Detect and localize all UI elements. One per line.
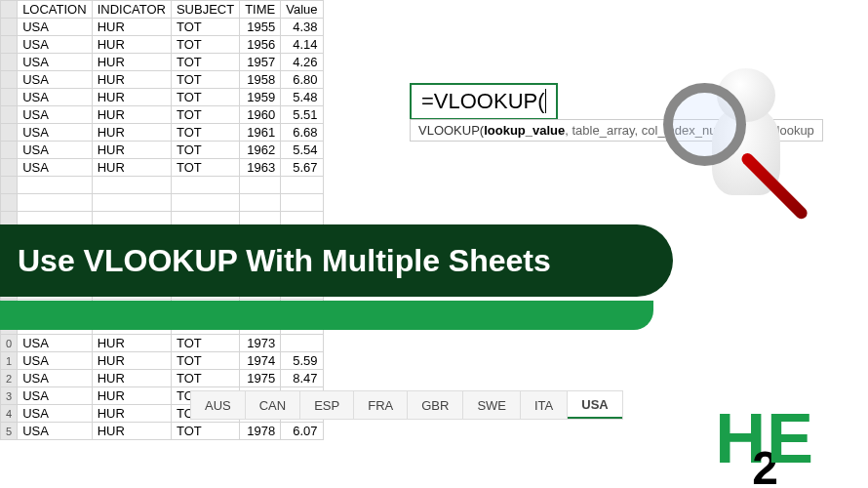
cell-time[interactable]: 1958 <box>240 71 281 89</box>
sheet-tab-aus[interactable]: AUS <box>191 391 246 419</box>
cell-time[interactable]: 1963 <box>240 159 281 177</box>
cell-subject[interactable]: TOT <box>171 352 239 370</box>
cell-value[interactable]: 6.68 <box>281 124 323 142</box>
cell-subject[interactable]: TOT <box>171 54 239 71</box>
cell-time[interactable]: 1955 <box>240 19 281 36</box>
cell-subject[interactable]: TOT <box>171 124 239 142</box>
cell-indicator[interactable]: HUR <box>92 71 171 89</box>
table-row[interactable]: USAHURTOT19605.51 <box>1 106 324 124</box>
table-row[interactable]: 0USAHURTOT1973 <box>1 335 324 352</box>
table-row[interactable]: 2USAHURTOT19758.47 <box>1 370 324 387</box>
cell-location[interactable] <box>18 194 93 212</box>
cell-indicator[interactable]: HUR <box>92 19 171 36</box>
table-row[interactable]: USAHURTOT19635.67 <box>1 159 324 177</box>
cell-indicator[interactable] <box>92 177 171 194</box>
cell-subject[interactable] <box>171 194 239 212</box>
cell-value[interactable] <box>281 335 323 352</box>
cell-subject[interactable]: TOT <box>171 71 239 89</box>
cell-time[interactable]: 1973 <box>240 335 281 352</box>
table-row[interactable]: 5USAHURTOT19786.07 <box>1 423 324 440</box>
cell-indicator[interactable]: HUR <box>92 370 171 387</box>
cell-time[interactable]: 1960 <box>240 106 281 124</box>
sheet-tab-ita[interactable]: ITA <box>521 391 568 419</box>
sheet-tab-esp[interactable]: ESP <box>300 391 354 419</box>
formula-input[interactable]: =VLOOKUP( <box>410 83 558 120</box>
cell-subject[interactable]: TOT <box>171 370 239 387</box>
cell-value[interactable]: 8.47 <box>281 370 323 387</box>
table-row[interactable]: 1USAHURTOT19745.59 <box>1 352 324 370</box>
sheet-tab-fra[interactable]: FRA <box>354 391 408 419</box>
cell-indicator[interactable]: HUR <box>92 142 171 159</box>
cell-indicator[interactable]: HUR <box>92 124 171 142</box>
cell-indicator[interactable]: HUR <box>92 335 171 352</box>
cell-location[interactable]: USA <box>18 124 93 142</box>
cell-location[interactable]: USA <box>18 19 93 36</box>
cell-value[interactable] <box>281 177 323 194</box>
cell-location[interactable]: USA <box>18 142 93 159</box>
table-row[interactable] <box>1 194 324 212</box>
cell-subject[interactable]: TOT <box>171 335 239 352</box>
cell-indicator[interactable] <box>92 194 171 212</box>
cell-value[interactable]: 5.54 <box>281 142 323 159</box>
cell-time[interactable]: 1974 <box>240 352 281 370</box>
cell-value[interactable]: 4.38 <box>281 19 323 36</box>
table-row[interactable]: USAHURTOT19586.80 <box>1 71 324 89</box>
cell-time[interactable]: 1978 <box>240 423 281 440</box>
cell-value[interactable]: 6.07 <box>281 423 323 440</box>
cell-subject[interactable]: TOT <box>171 159 239 177</box>
cell-subject[interactable]: TOT <box>171 19 239 36</box>
sheet-tab-gbr[interactable]: GBR <box>408 391 463 419</box>
table-row[interactable]: USAHURTOT19574.26 <box>1 54 324 71</box>
cell-indicator[interactable]: HUR <box>92 423 171 440</box>
cell-time[interactable]: 1959 <box>240 89 281 106</box>
cell-value[interactable]: 6.80 <box>281 71 323 89</box>
cell-value[interactable]: 4.26 <box>281 54 323 71</box>
table-row[interactable] <box>1 177 324 194</box>
cell-time[interactable]: 1956 <box>240 36 281 54</box>
cell-location[interactable]: USA <box>18 71 93 89</box>
cell-subject[interactable]: TOT <box>171 423 239 440</box>
cell-indicator[interactable]: HUR <box>92 106 171 124</box>
cell-location[interactable]: USA <box>18 387 93 405</box>
cell-time[interactable] <box>240 177 281 194</box>
cell-subject[interactable] <box>171 177 239 194</box>
table-row[interactable]: USAHURTOT19595.48 <box>1 89 324 106</box>
cell-location[interactable] <box>18 177 93 194</box>
cell-location[interactable]: USA <box>18 159 93 177</box>
cell-time[interactable]: 1975 <box>240 370 281 387</box>
cell-time[interactable] <box>240 194 281 212</box>
table-row[interactable]: USAHURTOT19625.54 <box>1 142 324 159</box>
sheet-tab-swe[interactable]: SWE <box>463 391 521 419</box>
cell-value[interactable]: 5.67 <box>281 159 323 177</box>
cell-value[interactable]: 5.51 <box>281 106 323 124</box>
cell-location[interactable]: USA <box>18 54 93 71</box>
cell-indicator[interactable]: HUR <box>92 387 171 405</box>
cell-subject[interactable]: TOT <box>171 142 239 159</box>
cell-location[interactable]: USA <box>18 352 93 370</box>
table-row[interactable]: USAHURTOT19554.38 <box>1 19 324 36</box>
cell-location[interactable]: USA <box>18 370 93 387</box>
cell-location[interactable]: USA <box>18 335 93 352</box>
cell-indicator[interactable]: HUR <box>92 54 171 71</box>
cell-subject[interactable]: TOT <box>171 89 239 106</box>
cell-indicator[interactable]: HUR <box>92 36 171 54</box>
cell-indicator[interactable]: HUR <box>92 405 171 423</box>
cell-value[interactable] <box>281 194 323 212</box>
cell-value[interactable]: 5.59 <box>281 352 323 370</box>
cell-time[interactable]: 1962 <box>240 142 281 159</box>
cell-indicator[interactable]: HUR <box>92 159 171 177</box>
cell-value[interactable]: 5.48 <box>281 89 323 106</box>
table-row[interactable]: USAHURTOT19564.14 <box>1 36 324 54</box>
cell-location[interactable]: USA <box>18 423 93 440</box>
sheet-tab-can[interactable]: CAN <box>246 391 300 419</box>
cell-subject[interactable]: TOT <box>171 106 239 124</box>
cell-location[interactable]: USA <box>18 89 93 106</box>
cell-indicator[interactable]: HUR <box>92 89 171 106</box>
sheet-tab-usa[interactable]: USA <box>568 391 621 419</box>
cell-location[interactable]: USA <box>18 405 93 423</box>
cell-value[interactable]: 4.14 <box>281 36 323 54</box>
cell-indicator[interactable]: HUR <box>92 352 171 370</box>
cell-location[interactable]: USA <box>18 36 93 54</box>
table-row[interactable]: USAHURTOT19616.68 <box>1 124 324 142</box>
cell-location[interactable]: USA <box>18 106 93 124</box>
